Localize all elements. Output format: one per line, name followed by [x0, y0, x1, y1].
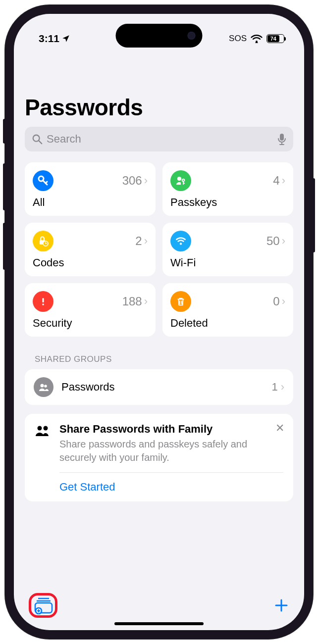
chevron-right-icon: ›: [144, 174, 148, 187]
tile-passkeys-count: 4: [273, 174, 279, 188]
new-group-button[interactable]: [29, 593, 57, 618]
family-share-promo: Share Passwords with Family Share passwo…: [25, 414, 293, 501]
svg-rect-3: [280, 134, 284, 141]
chevron-right-icon: ›: [282, 295, 285, 308]
svg-point-13: [180, 243, 182, 245]
chevron-right-icon: ›: [144, 295, 148, 308]
people-icon: [35, 423, 51, 501]
tile-deleted-label: Deleted: [170, 317, 285, 330]
tile-passkeys-label: Passkeys: [170, 196, 285, 209]
dictation-icon[interactable]: [277, 133, 286, 145]
tile-security-label: Security: [33, 317, 148, 330]
volume-up: [3, 163, 6, 210]
chevron-right-icon: ›: [281, 381, 284, 394]
get-started-button[interactable]: Get Started: [59, 473, 283, 501]
tile-wifi-count: 50: [266, 234, 280, 248]
shared-group-row[interactable]: Passwords 1›: [25, 369, 293, 405]
tile-codes-label: Codes: [33, 256, 148, 269]
shared-group-label: Passwords: [61, 381, 264, 394]
tile-all[interactable]: 306› All: [25, 162, 156, 216]
trash-icon: [170, 291, 191, 312]
tile-codes[interactable]: 2› Codes: [25, 223, 156, 276]
battery-icon: 74: [266, 34, 284, 43]
svg-line-6: [46, 182, 47, 183]
svg-point-7: [177, 177, 181, 181]
alert-icon: [33, 291, 53, 312]
tile-deleted[interactable]: 0› Deleted: [162, 283, 293, 337]
svg-point-1: [33, 135, 40, 142]
status-time: 3:11: [39, 33, 59, 45]
chevron-right-icon: ›: [282, 235, 285, 248]
page-title: Passwords: [25, 94, 293, 121]
tile-security-count: 188: [122, 295, 142, 308]
svg-point-8: [182, 179, 185, 182]
search-field[interactable]: [25, 127, 293, 151]
screen: 3:11 SOS 74 Passwords: [14, 14, 304, 630]
tile-wifi[interactable]: 50› Wi-Fi: [162, 223, 293, 276]
wifi-circle-icon: [170, 231, 191, 251]
home-indicator[interactable]: [114, 622, 204, 625]
dynamic-island: [116, 24, 203, 48]
tile-all-count: 306: [122, 174, 142, 188]
shared-groups-header: SHARED GROUPS: [25, 351, 293, 369]
lock-clock-icon: [33, 231, 53, 251]
promo-description: Share passwords and passkeys safely and …: [59, 438, 283, 473]
svg-point-18: [41, 384, 44, 388]
svg-rect-14: [42, 298, 44, 302]
location-icon: [61, 34, 70, 43]
group-icon: [34, 377, 53, 397]
tile-security[interactable]: 188› Security: [25, 283, 156, 337]
power-button: [312, 178, 315, 252]
chevron-right-icon: ›: [144, 235, 148, 248]
search-icon: [32, 134, 43, 145]
tile-deleted-count: 0: [273, 295, 279, 308]
svg-line-2: [39, 141, 42, 144]
svg-point-20: [38, 426, 42, 431]
tile-all-label: All: [33, 196, 148, 209]
promo-title: Share Passwords with Family: [59, 423, 283, 436]
svg-point-0: [256, 41, 258, 43]
sos-indicator: SOS: [229, 34, 247, 44]
close-icon[interactable]: ✕: [275, 422, 284, 435]
key-icon: [33, 170, 53, 191]
svg-point-15: [42, 303, 44, 305]
volume-down: [3, 223, 6, 270]
passkey-icon: [170, 170, 191, 191]
svg-point-21: [44, 426, 48, 431]
battery-level: 74: [267, 35, 279, 42]
category-grid: 306› All 4› Passkeys: [25, 162, 293, 337]
tile-passkeys[interactable]: 4› Passkeys: [162, 162, 293, 216]
tile-codes-count: 2: [135, 234, 142, 248]
add-button[interactable]: [273, 597, 289, 613]
tile-wifi-label: Wi-Fi: [170, 256, 285, 269]
wifi-icon: [251, 34, 263, 43]
shared-group-count: 1: [271, 381, 277, 394]
svg-point-19: [44, 385, 47, 388]
search-input[interactable]: [47, 133, 273, 146]
iphone-frame: 3:11 SOS 74 Passwords: [5, 5, 313, 639]
mute-switch: [3, 119, 6, 144]
chevron-right-icon: ›: [282, 174, 285, 187]
